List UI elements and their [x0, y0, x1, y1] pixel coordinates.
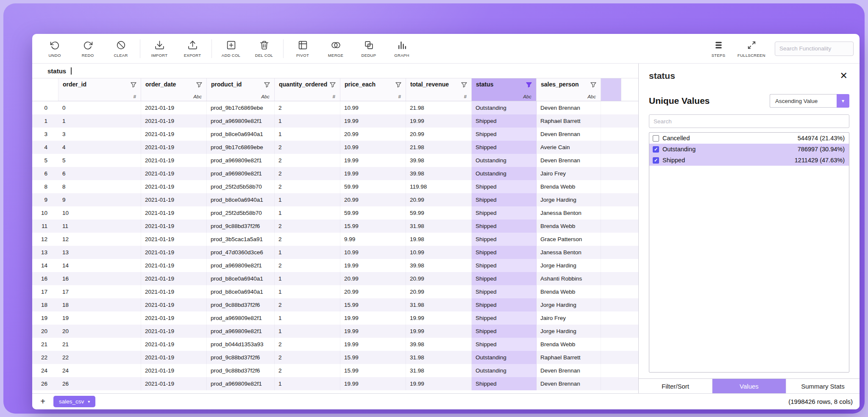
- cell-status[interactable]: Shipped: [472, 377, 537, 390]
- cell-price_each[interactable]: 10.99: [340, 246, 406, 259]
- toolbar-button-merge[interactable]: MERGE: [319, 36, 352, 62]
- cell-order_date[interactable]: 2021-01-19: [141, 311, 207, 325]
- cell-order_id[interactable]: 6: [58, 167, 141, 180]
- cell-price_each[interactable]: 59.99: [340, 206, 406, 220]
- filter-icon[interactable]: [130, 81, 137, 88]
- cell-product_id[interactable]: prod_b8ce0a6940a1: [207, 285, 275, 298]
- cell-quantity_ordered[interactable]: 2: [275, 233, 340, 246]
- cell-product_id[interactable]: prod_9b17c6869ebe: [207, 101, 275, 114]
- cell-quantity_ordered[interactable]: 2: [275, 364, 340, 377]
- cell-total_revenue[interactable]: 21.98: [406, 101, 472, 114]
- toolbar-button-steps[interactable]: STEPS: [702, 36, 735, 62]
- row-index-cell[interactable]: 3: [32, 128, 58, 141]
- cell-sales_person[interactable]: Jorge Harding: [537, 259, 601, 272]
- filter-icon[interactable]: [526, 81, 532, 88]
- cell-order_id[interactable]: 21: [58, 338, 141, 351]
- cell-status[interactable]: Shipped: [472, 220, 537, 233]
- cell-total_revenue[interactable]: 39.98: [406, 259, 472, 272]
- cell-price_each[interactable]: 20.99: [340, 285, 406, 298]
- cell-order_id[interactable]: 26: [58, 377, 141, 390]
- row-index-cell[interactable]: 22: [32, 351, 58, 364]
- cell-total_revenue[interactable]: 59.99: [406, 206, 472, 220]
- column-header-order_id[interactable]: order_id#: [58, 78, 141, 101]
- cell-order_date[interactable]: 2021-01-19: [141, 272, 207, 285]
- cell-quantity_ordered[interactable]: 2: [275, 220, 340, 233]
- sort-dropdown-button[interactable]: ▾: [837, 94, 849, 108]
- cell-order_date[interactable]: 2021-01-19: [141, 377, 207, 390]
- cell-quantity_ordered[interactable]: 1: [275, 311, 340, 325]
- cell-quantity_ordered[interactable]: 2: [275, 298, 340, 311]
- cell-order_date[interactable]: 2021-01-19: [141, 128, 207, 141]
- cell-product_id[interactable]: prod_a969809e82f1: [207, 325, 275, 338]
- checkbox[interactable]: [653, 135, 659, 142]
- cell-total_revenue[interactable]: 19.99: [406, 114, 472, 128]
- filter-icon[interactable]: [329, 81, 336, 88]
- cell-price_each[interactable]: 19.99: [340, 311, 406, 325]
- cell-order_id[interactable]: 1: [58, 114, 141, 128]
- cell-status[interactable]: Shipped: [472, 128, 537, 141]
- cell-order_date[interactable]: 2021-01-19: [141, 364, 207, 377]
- cell-price_each[interactable]: 15.99: [340, 298, 406, 311]
- panel-tab-values[interactable]: Values: [712, 379, 786, 393]
- cell-total_revenue[interactable]: 31.98: [406, 364, 472, 377]
- cell-total_revenue[interactable]: 31.98: [406, 298, 472, 311]
- cell-price_each[interactable]: 59.99: [340, 180, 406, 193]
- cell-sales_person[interactable]: Janessa Benton: [537, 246, 601, 259]
- cell-price_each[interactable]: 9.99: [340, 233, 406, 246]
- cell-order_id[interactable]: 16: [58, 272, 141, 285]
- cell-price_each[interactable]: 20.99: [340, 128, 406, 141]
- cell-sales_person[interactable]: Janessa Benton: [537, 206, 601, 220]
- cell-order_date[interactable]: 2021-01-19: [141, 285, 207, 298]
- cell-price_each[interactable]: 19.99: [340, 338, 406, 351]
- sort-dropdown[interactable]: Ascending Value ▾: [770, 94, 849, 108]
- cell-sales_person[interactable]: Ashanti Robbins: [537, 272, 601, 285]
- cell-status[interactable]: Shipped: [472, 206, 537, 220]
- cell-order_date[interactable]: 2021-01-19: [141, 114, 207, 128]
- cell-order_id[interactable]: 8: [58, 180, 141, 193]
- checkbox[interactable]: ✓: [653, 146, 659, 153]
- cell-quantity_ordered[interactable]: 2: [275, 338, 340, 351]
- cell-price_each[interactable]: 15.99: [340, 364, 406, 377]
- row-index-cell[interactable]: 12: [32, 233, 58, 246]
- cell-product_id[interactable]: prod_25f2d5b58b70: [207, 206, 275, 220]
- cell-total_revenue[interactable]: 19.98: [406, 233, 472, 246]
- column-header-total_revenue[interactable]: total_revenue#: [406, 78, 472, 101]
- cell-order_id[interactable]: 4: [58, 141, 141, 154]
- row-index-cell[interactable]: 17: [32, 285, 58, 298]
- cell-quantity_ordered[interactable]: 2: [275, 167, 340, 180]
- cell-product_id[interactable]: prod_b044d1353a93: [207, 338, 275, 351]
- add-sheet-button[interactable]: +: [37, 396, 48, 407]
- cell-order_id[interactable]: 13: [58, 246, 141, 259]
- cell-status[interactable]: Shipped: [472, 325, 537, 338]
- column-header-quantity_ordered[interactable]: quantity_ordered#: [275, 78, 340, 101]
- cell-product_id[interactable]: prod_9c88bd37f2f6: [207, 298, 275, 311]
- cell-price_each[interactable]: 19.99: [340, 377, 406, 390]
- row-index-cell[interactable]: 16: [32, 272, 58, 285]
- cell-total_revenue[interactable]: 39.98: [406, 167, 472, 180]
- cell-order_id[interactable]: 18: [58, 298, 141, 311]
- checkbox[interactable]: ✓: [653, 157, 659, 164]
- cell-quantity_ordered[interactable]: 1: [275, 377, 340, 390]
- cell-status[interactable]: Shipped: [472, 180, 537, 193]
- row-index-cell[interactable]: 13: [32, 246, 58, 259]
- cell-price_each[interactable]: 19.99: [340, 325, 406, 338]
- cell-status[interactable]: Shipped: [472, 338, 537, 351]
- cell-quantity_ordered[interactable]: 1: [275, 114, 340, 128]
- cell-product_id[interactable]: prod_a969809e82f1: [207, 311, 275, 325]
- row-index-cell[interactable]: 19: [32, 311, 58, 325]
- unique-value-row-outstanding[interactable]: ✓Outstanding786997 (30.94%): [649, 144, 849, 155]
- toolbar-button-fullscreen[interactable]: FULLSCREEN: [735, 36, 768, 62]
- cell-order_id[interactable]: 24: [58, 364, 141, 377]
- cell-status[interactable]: Shipped: [472, 311, 537, 325]
- cell-order_id[interactable]: 19: [58, 311, 141, 325]
- cell-status[interactable]: Shipped: [472, 114, 537, 128]
- cell-order_date[interactable]: 2021-01-19: [141, 259, 207, 272]
- row-index-cell[interactable]: 4: [32, 141, 58, 154]
- cell-quantity_ordered[interactable]: 2: [275, 351, 340, 364]
- cell-status[interactable]: Outstanding: [472, 154, 537, 167]
- cell-total_revenue[interactable]: 19.99: [406, 311, 472, 325]
- cell-order_date[interactable]: 2021-01-19: [141, 101, 207, 114]
- cell-price_each[interactable]: 19.99: [340, 259, 406, 272]
- cell-product_id[interactable]: prod_a969809e82f1: [207, 154, 275, 167]
- cell-sales_person[interactable]: Raphael Barrett: [537, 351, 601, 364]
